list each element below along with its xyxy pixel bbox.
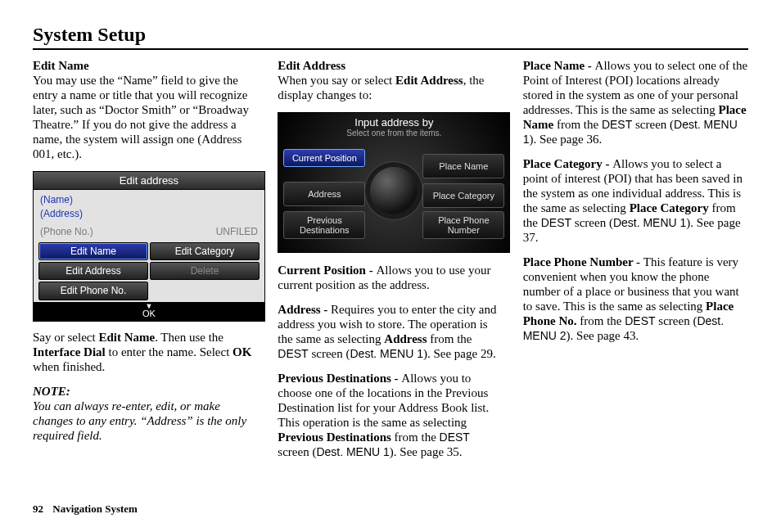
shot1-delete-button[interactable]: Delete	[150, 262, 260, 280]
shot1-address-field: (Address)	[40, 208, 83, 219]
shot1-name-field: (Name)	[40, 194, 73, 205]
page-title: System Setup	[33, 23, 748, 47]
note-label: NOTE:	[33, 384, 258, 399]
shot2-title: Input address by	[278, 113, 509, 129]
shot2-place-name-button[interactable]: Place Name	[422, 154, 504, 178]
shot2-address-button[interactable]: Address	[283, 182, 365, 206]
shot2-place-phone-button[interactable]: Place Phone Number	[422, 211, 504, 239]
edit-address-screenshot: Edit address (Name) (Address) (Phone No.…	[33, 171, 265, 322]
shot1-edit-name-button[interactable]: Edit Name	[38, 242, 148, 260]
edit-address-heading: Edit Address	[278, 58, 503, 73]
place-phone-desc: Place Phone Number - This feature is ver…	[523, 255, 748, 343]
shot2-current-position-button[interactable]: Current Position	[283, 149, 365, 167]
page-number: 92	[33, 503, 43, 515]
column-3: Place Name - Allows you to select one of…	[523, 58, 748, 469]
edit-address-intro: When you say or select Edit Address, the…	[278, 73, 503, 102]
title-rule	[33, 48, 748, 50]
shot2-subtitle: Select one from the items.	[278, 128, 509, 138]
address-desc: Address - Requires you to enter the city…	[278, 302, 503, 361]
columns: Edit Name You may use the “Name” field t…	[33, 58, 748, 469]
input-address-screenshot: Input address by Select one from the ite…	[278, 112, 510, 253]
shot1-title: Edit address	[34, 172, 264, 191]
shot2-previous-destinations-button[interactable]: Previous Destinations	[283, 211, 365, 239]
edit-name-intro: You may use the “Name” field to give the…	[33, 73, 258, 161]
column-1: Edit Name You may use the “Name” field t…	[33, 58, 258, 469]
shot1-edit-phone-button[interactable]: Edit Phone No.	[38, 282, 148, 300]
note-body: You can always re-enter, edit, or make c…	[33, 399, 258, 443]
page-footer: 92 Navigation System	[33, 503, 138, 516]
edit-name-heading: Edit Name	[33, 58, 258, 73]
footer-section: Navigation System	[52, 503, 138, 515]
shot1-phone-field: (Phone No.)	[40, 226, 93, 237]
shot2-place-category-button[interactable]: Place Category	[422, 183, 504, 208]
place-category-desc: Place Category - Allows you to select a …	[523, 156, 748, 245]
shot1-unfiled: UNFILED	[216, 226, 258, 237]
edit-name-instructions: Say or select Edit Name. Then use the In…	[33, 330, 258, 374]
previous-destinations-desc: Previous Destinations - Allows you to ch…	[278, 371, 503, 459]
shot1-ok-bar[interactable]: ▼ OK	[34, 302, 264, 321]
current-position-desc: Current Position - Allows you to use you…	[278, 263, 503, 292]
shot1-ok-label: OK	[142, 309, 156, 318]
shot1-edit-category-button[interactable]: Edit Category	[150, 242, 260, 260]
column-2: Edit Address When you say or select Edit…	[278, 58, 503, 469]
shot1-edit-address-button[interactable]: Edit Address	[38, 262, 148, 280]
place-name-desc: Place Name - Allows you to select one of…	[523, 58, 748, 147]
shot2-dial-icon	[370, 167, 418, 214]
